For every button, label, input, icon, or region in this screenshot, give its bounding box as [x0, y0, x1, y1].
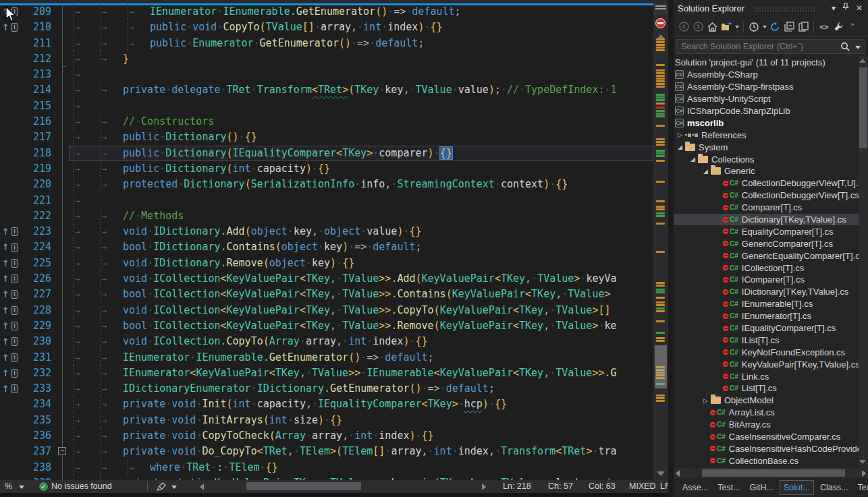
scroll-down-icon[interactable]	[859, 460, 866, 464]
tree-item-bitarray-cs[interactable]: C#BitArray.cs	[674, 419, 859, 431]
scroll-right-icon[interactable]	[862, 470, 866, 477]
scroll-right-icon[interactable]	[482, 484, 486, 490]
char-indicator[interactable]: Ch: 57	[548, 481, 573, 491]
tree-item-references[interactable]: ▷References	[674, 129, 859, 141]
code-line[interactable]: 214→→private·delegate·TRet·Transform<TRe…	[0, 82, 653, 98]
code-line[interactable]: ↑I227→→bool·ICollection<KeyValuePair<TKe…	[0, 287, 653, 302]
tree-item-ienumerator-t-cs[interactable]: C#IEnumerator[T].cs	[674, 310, 859, 322]
collapse-all-icon[interactable]	[783, 21, 795, 33]
tree-item-ilist-t-cs[interactable]: C#IList[T].cs	[674, 334, 859, 346]
tree-item-system[interactable]: ◢System	[674, 141, 859, 153]
collapsed-arrow-icon[interactable]: ▷	[675, 131, 685, 138]
code-line[interactable]: 219→→public·Dictionary(int·capacity)·{}	[0, 161, 653, 177]
filter-dropdown-icon[interactable]	[763, 26, 767, 28]
pin-icon[interactable]	[840, 3, 852, 13]
tree-item-iequalitycomparer-t-cs[interactable]: C#IEqualityComparer[T].cs	[674, 322, 859, 334]
code-line[interactable]: 213→	[0, 67, 653, 82]
close-icon[interactable]: ✕	[853, 3, 865, 13]
tree-item-assembly-csharp-firstpass[interactable]: C#Assembly-CSharp-firstpass	[674, 81, 859, 93]
switch-views-dropdown-icon[interactable]	[735, 26, 739, 28]
code-line[interactable]: 212→→}	[0, 51, 653, 67]
switch-views-icon[interactable]	[720, 21, 732, 33]
issues-indicator[interactable]: ✓ No issues found	[39, 481, 112, 491]
home-icon[interactable]	[706, 21, 718, 33]
panel-tab-class[interactable]: Class...	[817, 481, 852, 494]
tree-item-comparer-t-cs[interactable]: C#Comparer[T].cs	[674, 202, 859, 214]
tree-item-arraylist-cs[interactable]: C#ArrayList.cs	[674, 407, 859, 419]
tree-scrollbar-thumb[interactable]	[859, 67, 867, 148]
solution-explorer-titlebar[interactable]: Solution Explorer ▾ ✕	[674, 0, 868, 18]
search-dropdown-icon[interactable]	[855, 46, 861, 49]
tree-item-assembly-csharp[interactable]: C#Assembly-CSharp	[674, 69, 859, 81]
tree-item-collectiondebuggerview-t-u-cs[interactable]: C#CollectionDebuggerView[T,U].cs	[674, 177, 859, 189]
code-line[interactable]: ↑I228→→void·ICollection<KeyValuePair<TKe…	[0, 303, 653, 318]
editor-vertical-scrollbar[interactable]	[653, 3, 668, 480]
tree-item-keynotfoundexception-cs[interactable]: C#KeyNotFoundException.cs	[674, 346, 859, 358]
tree-item-objectmodel[interactable]: ▷ObjectModel	[674, 394, 859, 407]
panel-tab-gith[interactable]: GitH...	[747, 481, 777, 494]
code-line[interactable]: ↑I232→→IEnumerator<KeyValuePair<TKey,·TV…	[0, 366, 653, 381]
window-position-dropdown-icon[interactable]: ▾	[828, 3, 840, 13]
code-line[interactable]: 235→→private·void·InitArrays(int·size)·{…	[0, 413, 653, 428]
tree-item-collections[interactable]: ◢Collections	[674, 153, 859, 165]
search-icon[interactable]	[840, 42, 850, 55]
expanded-arrow-icon[interactable]: ◢	[675, 144, 685, 150]
code-cleanup-broom-icon[interactable]	[157, 482, 166, 493]
search-input[interactable]: Search Solution Explorer (Ctrl+¨)	[676, 39, 865, 54]
code-line[interactable]: 236→→private·void·CopyToCheck(Array·arra…	[0, 428, 653, 444]
panel-tab-test[interactable]: Test...	[714, 481, 743, 494]
zoom-control[interactable]: %	[5, 481, 12, 491]
code-line[interactable]: 238→→→where·TRet·:·TElem·{}	[0, 460, 653, 475]
code-lines[interactable]: ↑I209→→→IEnumerator·IEnumerable.GetEnume…	[0, 4, 653, 480]
code-line[interactable]: 222→→//·Methods	[0, 208, 653, 224]
pending-changes-filter-icon[interactable]	[748, 21, 760, 33]
expanded-arrow-icon[interactable]: ◢	[701, 168, 711, 175]
tree-item-mscorlib[interactable]: C#mscorlib	[674, 117, 859, 129]
tree-hscrollbar-thumb[interactable]	[702, 469, 845, 477]
code-line[interactable]: ↑I224→→bool·IDictionary.Contains(object·…	[0, 239, 653, 255]
code-editor[interactable]: ↑I209→→→IEnumerator·IEnumerable.GetEnume…	[0, 0, 668, 480]
properties-wrench-icon[interactable]	[832, 21, 844, 33]
panel-splitter[interactable]	[668, 0, 674, 497]
refresh-icon[interactable]	[769, 21, 781, 33]
tree-item-assembly-unityscript[interactable]: C#Assembly-UnityScript	[674, 93, 859, 105]
tree-item-icollection-t-cs[interactable]: C#ICollection[T].cs	[674, 262, 859, 274]
tree-item-collectiondebuggerview-t-cs[interactable]: C#CollectionDebuggerView[T].cs	[674, 189, 859, 202]
editor-horizontal-scrollbar[interactable]	[211, 481, 478, 491]
code-line[interactable]: ↑I223→→void·IDictionary.Add(object·key,·…	[0, 224, 653, 239]
collapsed-arrow-icon[interactable]: ▷	[701, 397, 711, 404]
code-line[interactable]: 220→→protected·Dictionary(SerializationI…	[0, 177, 653, 192]
code-line[interactable]: 221→	[0, 193, 653, 208]
fold-collapse-icon[interactable]: −	[58, 447, 66, 455]
tree-item-list-t-cs[interactable]: C#List[T].cs	[674, 382, 859, 394]
code-line[interactable]: ↑I226→→void·ICollection<KeyValuePair<TKe…	[0, 271, 653, 287]
cleanup-dropdown-icon[interactable]	[171, 486, 177, 489]
code-line[interactable]: 217→→public·Dictionary()·{}	[0, 129, 653, 145]
tree-item-dictionary-tkey-tvalue-cs[interactable]: C#Dictionary[TKey,TValue].cs	[674, 214, 859, 226]
tree-item-collectionbase-cs[interactable]: C#CollectionBase.cs	[674, 455, 859, 467]
tree-item-solution-project-gui-11-of-11-projects[interactable]: Solution 'project-gui' (11 of 11 project…	[674, 57, 859, 69]
code-line[interactable]: ↑I225→→void·IDictionary.Remove(object·ke…	[0, 256, 653, 271]
tree-horizontal-scrollbar[interactable]	[674, 468, 868, 478]
tree-item-caseinsensitivecomparer-cs[interactable]: C#CaseInsensitiveComparer.cs	[674, 431, 859, 443]
expanded-arrow-icon[interactable]: ◢	[688, 156, 698, 163]
code-line[interactable]: ↑I209→→→IEnumerator·IEnumerable.GetEnume…	[0, 4, 653, 20]
code-line[interactable]: 215→	[0, 98, 653, 114]
column-indicator[interactable]: Col: 63	[589, 481, 616, 491]
encoding-indicator[interactable]: MIXED	[629, 481, 656, 491]
tree-vertical-scrollbar[interactable]	[859, 57, 868, 468]
tree-item-genericcomparer-t-cs[interactable]: C#GenericComparer[T].cs	[674, 237, 859, 250]
tree-item-caseinsensitivehashcodeprovider-cs[interactable]: C#CaseInsensitiveHashCodeProvider.cs	[674, 443, 859, 455]
splitter-handle-icon[interactable]	[653, 4, 668, 15]
code-line[interactable]: ↑I229→→bool·ICollection<KeyValuePair<TKe…	[0, 318, 653, 334]
scroll-up-icon[interactable]	[859, 59, 866, 63]
tree-item-icsharpcode-sharpziplib[interactable]: C#ICSharpCode.SharpZipLib	[674, 105, 859, 117]
tree-item-icomparer-t-cs[interactable]: C#IComparer[T].cs	[674, 274, 859, 286]
scroll-left-icon[interactable]	[200, 484, 204, 490]
scroll-left-icon[interactable]	[676, 470, 680, 477]
forward-icon[interactable]	[692, 21, 704, 33]
tree-item-equalitycomparer-t-cs[interactable]: C#EqualityComparer[T].cs	[674, 225, 859, 237]
back-icon[interactable]	[678, 21, 690, 33]
code-line[interactable]: ↑I231→→IEnumerator·IEnumerable.GetEnumer…	[0, 350, 653, 366]
tree-item-keyvaluepair-tkey-tvalue-cs[interactable]: C#KeyValuePair[TKey,TValue].cs	[674, 358, 859, 370]
